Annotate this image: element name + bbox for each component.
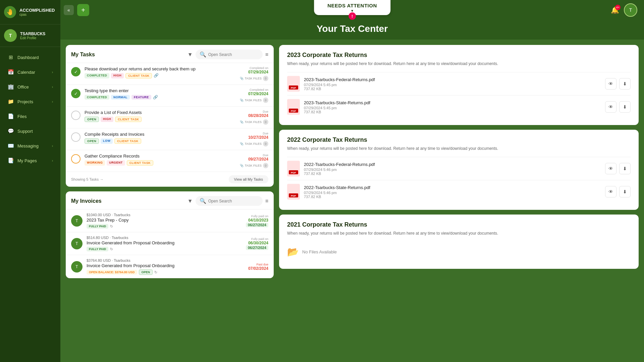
svg-text:PDF: PDF — [291, 110, 296, 113]
refresh-icon[interactable]: ↻ — [110, 247, 113, 251]
list-item: T $1040.00 USD · Tsarbucks 2023 Tax Prep… — [66, 209, 274, 232]
pdf-item-3: PDF 2022-Tsarbucks-Federal-Returns.pdf 0… — [287, 157, 631, 180]
tag-low: LOW — [101, 138, 113, 144]
invoices-options-button[interactable]: ≡ — [265, 198, 268, 204]
tag-client-task: CLIENT TASK — [114, 138, 141, 144]
invoice-amount-3: $3764.80 USD · Tsarbucks — [87, 258, 244, 262]
pdf-icon: PDF — [287, 161, 300, 177]
sidebar-item-mypages[interactable]: 📑 My Pages › — [2, 154, 58, 168]
task-files-count: 0 — [263, 119, 268, 125]
tasks-filter-button[interactable]: ▼ — [187, 52, 193, 58]
collapse-sidebar-button[interactable]: « — [64, 5, 74, 15]
pdf-download-button[interactable]: ⬇ — [619, 186, 631, 197]
tasks-card-footer: Showing 5 Tasks → View all My Tasks — [66, 172, 274, 187]
tax-section-title-2022: 2022 Corporate Tax Returns — [287, 136, 631, 143]
sidebar-item-messaging[interactable]: ✉️ Messaging › — [2, 139, 58, 153]
add-button[interactable]: + — [77, 4, 89, 16]
task-files: 📎 TASK FILES 0 — [240, 163, 268, 168]
pdf-item-4: PDF 2022-Tsarbucks-State-Returns.pdf 07/… — [287, 180, 631, 203]
left-column: My Tasks ▼ 🔍 ≡ ✓ Please download your — [66, 45, 274, 357]
nav-items: ⊞ Dashboard 📅 Calendar › 🏢 Office › 📁 Pr… — [0, 47, 60, 362]
task-check-5[interactable] — [71, 154, 80, 164]
file-icon: 📎 — [240, 77, 244, 80]
pdf-preview-button[interactable]: 👁 — [605, 163, 616, 174]
invoice-tags-1: FULLY PAID ↻ — [87, 224, 242, 229]
task-body-2: Testing type then enter COMPLETED NORMAL… — [85, 88, 236, 100]
tag-client-task: CLIENT TASK — [127, 160, 153, 166]
sidebar-item-office[interactable]: 🏢 Office › — [2, 80, 58, 94]
task-name-3: Provide a List of Fixed Assets — [85, 110, 236, 115]
table-row: Compile Receipts and Invoices OPEN LOW C… — [66, 128, 274, 150]
sidebar-item-calendar[interactable]: 📅 Calendar › — [2, 65, 58, 79]
invoice-avatar-1: T — [71, 215, 83, 227]
invoices-filter-button[interactable]: ▼ — [187, 198, 193, 204]
task-files: 📎 TASK FILES 0 — [240, 141, 268, 146]
pdf-preview-button[interactable]: 👁 — [605, 186, 616, 197]
refresh-icon[interactable]: ↻ — [110, 224, 113, 229]
tag-open: OPEN — [85, 138, 99, 144]
invoices-search-input[interactable] — [208, 199, 259, 203]
notifications-badge: 4+ — [615, 5, 621, 10]
pdf-download-button[interactable]: ⬇ — [619, 101, 631, 113]
task-check-3[interactable] — [71, 111, 80, 120]
svg-text:PDF: PDF — [291, 171, 296, 174]
refresh-icon[interactable]: ↻ — [154, 270, 157, 275]
user-avatar-top[interactable]: T — [624, 3, 637, 17]
task-meta-4: Due 10/27/2024 📎 TASK FILES 0 — [240, 132, 268, 146]
task-check-1[interactable]: ✓ — [71, 67, 80, 76]
pdf-body-2: 2023-Tsarbucks-State-Returns.pdf 07/29/2… — [304, 100, 601, 114]
task-meta-1: Completed on 07/29/2024 📎 TASK FILES 0 — [240, 66, 268, 81]
tax-section-desc-2021: When ready, your returns will be posted … — [287, 230, 631, 236]
tag-feature: FEATURE — [131, 95, 151, 100]
task-files-label: TASK FILES — [245, 77, 262, 80]
task-files-count: 0 — [263, 141, 268, 146]
invoice-meta-3: Past due 07/02/2024 — [248, 263, 268, 271]
main-content: « + NEEDS ATTENTION ▾ ! 🔔 4+ T Your Tax … — [60, 0, 644, 362]
pdf-body-3: 2022-Tsarbucks-Federal-Returns.pdf 07/29… — [304, 162, 601, 176]
tasks-options-button[interactable]: ≡ — [265, 52, 268, 58]
tasks-search-box[interactable]: 🔍 — [196, 50, 263, 59]
invoice-date1: 04/10/2023 — [246, 218, 268, 223]
invoice-amount-1: $1040.00 USD · Tsarbucks — [87, 213, 242, 217]
pdf-meta-4: 07/29/2024 5:46 pm737.82 KB — [304, 191, 601, 199]
sidebar-item-label: Messaging — [17, 143, 39, 148]
sidebar-item-projects[interactable]: 📁 Projects › — [2, 95, 58, 109]
pdf-download-button[interactable]: ⬇ — [619, 78, 631, 89]
pdf-download-button[interactable]: ⬇ — [619, 163, 631, 174]
svg-text:PDF: PDF — [291, 86, 296, 89]
right-column: 2023 Corporate Tax Returns When ready, y… — [279, 45, 639, 357]
sidebar-item-files[interactable]: 📄 Files — [2, 109, 58, 123]
task-date-label: Completed on — [240, 88, 268, 92]
pdf-preview-button[interactable]: 👁 — [605, 78, 616, 89]
edit-profile-link[interactable]: Edit Profile — [20, 36, 45, 40]
support-icon: 💬 — [7, 128, 14, 134]
needs-attention-banner[interactable]: NEEDS ATTENTION ▾ ! — [314, 0, 390, 15]
pdf-preview-button[interactable]: 👁 — [605, 101, 616, 113]
my-invoices-card: My Invoices ▼ 🔍 ≡ T $1040.00 USD · Ts — [66, 191, 274, 278]
logo-sub: cpas — [19, 13, 55, 16]
invoice-status-label: Fully paid on — [246, 215, 268, 218]
invoice-tags-3: OPEN BALANCE: $3764.80 USD OPEN ↻ — [87, 269, 244, 275]
table-row: Gather Compliance Records WORKING URGENT… — [66, 150, 274, 172]
sidebar-item-support[interactable]: 💬 Support — [2, 124, 58, 138]
page-header: Your Tax Center — [60, 20, 644, 40]
sidebar-item-dashboard[interactable]: ⊞ Dashboard — [2, 50, 58, 64]
view-all-tasks-button[interactable]: View all My Tasks — [229, 175, 268, 183]
invoices-search-box[interactable]: 🔍 — [196, 196, 263, 206]
task-check-4[interactable] — [71, 132, 80, 142]
tax-returns-2021-card: 2021 Corporate Tax Returns When ready, y… — [279, 215, 639, 269]
notifications-button[interactable]: 🔔 4+ — [611, 6, 619, 14]
task-files-label: TASK FILES — [245, 99, 262, 102]
search-icon: 🔍 — [200, 198, 206, 204]
top-bar-left: « + — [64, 4, 89, 16]
pdf-icon: PDF — [287, 99, 300, 115]
pdf-name-4: 2022-Tsarbucks-State-Returns.pdf — [304, 185, 601, 190]
sidebar: 🤚 ACCOMPLISHED cpas T TSARBUCKS Edit Pro… — [0, 0, 60, 362]
task-check-2[interactable]: ✓ — [71, 89, 80, 98]
my-tasks-card: My Tasks ▼ 🔍 ≡ ✓ Please download your — [66, 45, 274, 187]
task-body-5: Gather Compliance Records WORKING URGENT… — [85, 154, 236, 166]
task-name-2: Testing type then enter — [85, 88, 236, 93]
tasks-search-input[interactable] — [208, 52, 259, 57]
user-profile[interactable]: T TSARBUCKS Edit Profile — [0, 24, 60, 47]
task-files: 📎 TASK FILES 0 — [240, 119, 268, 125]
